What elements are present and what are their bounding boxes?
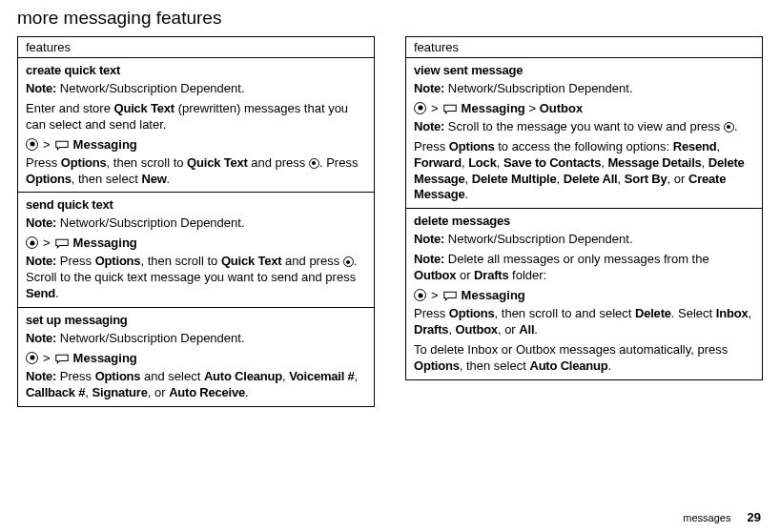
section-view-sent: view sent message Note: Network/Subscrip… — [406, 58, 762, 209]
center-key-icon — [26, 138, 38, 151]
left-column: features create quick text Note: Network… — [17, 36, 375, 407]
page-number: 29 — [748, 510, 761, 524]
body-text: Note: Scroll to the message you want to … — [414, 119, 754, 135]
footer-section-label: messages — [683, 512, 730, 523]
nav-label: Messaging > Outbox — [462, 101, 584, 115]
messaging-icon — [55, 351, 69, 365]
nav-separator: > — [43, 137, 51, 152]
section-create-quick-text: create quick text Note: Network/Subscrip… — [18, 58, 374, 193]
nav-separator: > — [431, 288, 439, 302]
center-key-icon — [724, 122, 734, 133]
section-title: delete messages — [414, 214, 754, 228]
nav-label: Messaging — [73, 351, 137, 365]
nav-path: > Messaging — [26, 235, 366, 250]
section-setup-messaging: set up messaging Note: Network/Subscript… — [18, 308, 374, 406]
table-header: features — [18, 37, 374, 58]
page-footer: messages 29 — [683, 510, 761, 524]
center-key-icon — [414, 102, 426, 114]
body-text: Note: Delete all messages or only messag… — [414, 252, 754, 284]
center-key-icon — [343, 256, 354, 267]
body-text: Enter and store Quick Text (prewritten) … — [26, 101, 366, 133]
nav-separator: > — [431, 101, 439, 115]
section-title: send quick text — [26, 197, 366, 212]
page-title: more messaging features — [17, 8, 763, 29]
note-line: Note: Network/Subscription Dependent. — [414, 232, 754, 248]
messaging-icon — [443, 101, 457, 115]
section-send-quick-text: send quick text Note: Network/Subscripti… — [18, 193, 374, 308]
nav-label: Messaging — [462, 288, 525, 302]
messaging-icon — [55, 235, 69, 250]
nav-path: > Messaging — [26, 351, 366, 365]
center-key-icon — [309, 158, 319, 169]
features-table-left: features create quick text Note: Network… — [17, 36, 375, 407]
center-key-icon — [414, 289, 426, 301]
nav-path: > Messaging > Outbox — [414, 101, 754, 115]
messaging-icon — [443, 288, 457, 302]
content-columns: features create quick text Note: Network… — [17, 36, 763, 407]
features-table-right: features view sent message Note: Network… — [405, 36, 763, 380]
section-title: view sent message — [414, 63, 754, 77]
nav-label: Messaging — [73, 137, 137, 152]
body-text: To delete Inbox or Outbox messages autom… — [414, 342, 754, 375]
body-text: Press Options, then scroll to and select… — [414, 306, 754, 338]
body-text: Note: Press Options and select Auto Clea… — [26, 369, 366, 401]
nav-separator: > — [43, 351, 51, 365]
center-key-icon — [26, 236, 38, 249]
nav-path: > Messaging — [26, 137, 366, 152]
table-header: features — [406, 37, 762, 58]
body-text: Press Options, then scroll to Quick Text… — [26, 155, 366, 188]
body-text: Press Options to access the following op… — [414, 139, 754, 204]
note-line: Note: Network/Subscription Dependent. — [26, 331, 366, 347]
note-line: Note: Network/Subscription Dependent. — [26, 81, 366, 97]
section-delete-messages: delete messages Note: Network/Subscripti… — [406, 209, 762, 379]
note-line: Note: Network/Subscription Dependent. — [26, 215, 366, 232]
section-title: create quick text — [26, 63, 366, 77]
note-line: Note: Network/Subscription Dependent. — [414, 81, 754, 97]
nav-path: > Messaging — [414, 288, 754, 302]
center-key-icon — [26, 352, 38, 364]
nav-label: Messaging — [73, 235, 137, 250]
body-text: Note: Press Options, then scroll to Quic… — [26, 254, 366, 302]
right-column: features view sent message Note: Network… — [405, 36, 763, 407]
nav-separator: > — [43, 235, 51, 250]
section-title: set up messaging — [26, 313, 366, 327]
messaging-icon — [55, 137, 69, 152]
